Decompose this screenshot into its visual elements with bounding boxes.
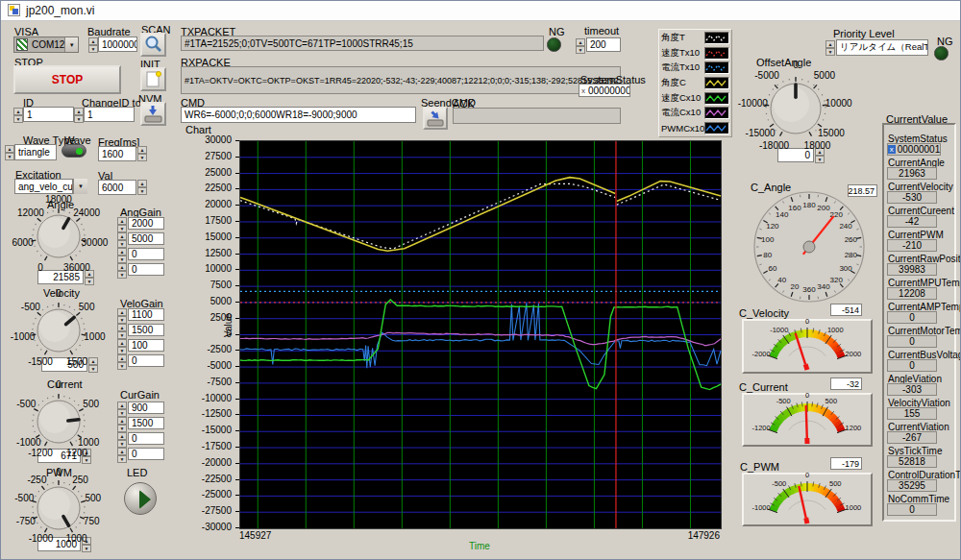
anggain-field-2[interactable]: 0 xyxy=(128,248,164,260)
scan-button[interactable] xyxy=(140,33,166,57)
timeout-field[interactable]: 200 xyxy=(586,37,621,52)
anggain-field-1[interactable]: 5000 xyxy=(128,232,164,245)
curgain-field-3[interactable]: 0 xyxy=(128,448,164,460)
velogain-field-0[interactable]: 1100 xyxy=(128,308,164,321)
legend-item-4[interactable]: 速度Cx10 xyxy=(661,91,729,106)
legend-plot-sample[interactable] xyxy=(704,77,729,89)
cv-item-field-0: x00000001 xyxy=(887,143,941,156)
offset-knob-tick-5: 5000 xyxy=(803,70,846,81)
svg-text:320: 320 xyxy=(830,276,844,284)
cv-item-field-4: -210 xyxy=(887,239,937,252)
wave-toggle[interactable] xyxy=(62,144,86,158)
freq-stepper[interactable]: ▲▼ xyxy=(137,146,147,160)
svg-text:20: 20 xyxy=(790,282,799,291)
velogain-stepper-3[interactable]: ▲▼ xyxy=(117,354,127,367)
angle-knob-tick-4: 24000 xyxy=(65,207,108,218)
title-bar[interactable]: jp200_mon.vi xyxy=(1,1,960,21)
curgain-stepper-2[interactable]: ▲▼ xyxy=(117,432,127,445)
velogain-field-3[interactable]: 0 xyxy=(128,354,164,367)
curgain-field-1[interactable]: 1500 xyxy=(128,417,164,429)
legend-item-0[interactable]: 角度T xyxy=(661,31,729,45)
led-button[interactable] xyxy=(124,482,157,515)
anggain-stepper-0[interactable]: ▲▼ xyxy=(117,217,127,230)
priority-label: Priority Level xyxy=(833,28,895,39)
chart-y-tick: 12500 xyxy=(184,248,232,258)
timeout-stepper[interactable]: ▲▼ xyxy=(576,38,585,53)
anggain-field-3[interactable]: 0 xyxy=(128,263,164,276)
svg-text:140: 140 xyxy=(776,210,789,219)
timeout-label: timeout xyxy=(584,25,619,37)
pwm-knob-tick-6: 500 xyxy=(72,493,114,503)
pwm-knob-tick-2: -500 xyxy=(3,493,45,503)
cv-item-field-13: 52818 xyxy=(887,455,937,468)
chart-y-tick: 10000 xyxy=(184,263,232,274)
legend-item-2[interactable]: 電流Tx10 xyxy=(661,61,729,75)
excitation-dropdown-icon[interactable]: ▼ xyxy=(73,179,87,194)
val-stepper[interactable]: ▲▼ xyxy=(137,180,147,194)
id-field[interactable]: 1 xyxy=(23,107,74,122)
svg-text:200: 200 xyxy=(817,204,830,212)
legend-plot-sample[interactable] xyxy=(704,47,729,60)
svg-text:40: 40 xyxy=(777,276,786,284)
sendcmd-button[interactable] xyxy=(423,107,448,130)
velogain-stepper-2[interactable]: ▲▼ xyxy=(117,339,127,352)
cmd-field[interactable]: WR6=-6000;0;0;6000WR18=-9000;9000 xyxy=(181,107,416,123)
wave-type-field[interactable]: triangle xyxy=(14,144,57,160)
velocity-knob-tick-1: -1000 xyxy=(2,331,44,342)
svg-text:1000: 1000 xyxy=(846,503,862,512)
legend-plot-sample[interactable] xyxy=(704,122,729,134)
velogain-stepper-1[interactable]: ▲▼ xyxy=(117,324,127,336)
c-angle-gauge: 2040608010012014016018020022024026028030… xyxy=(752,190,866,304)
svg-text:-500: -500 xyxy=(772,479,786,488)
wave-type-stepper[interactable]: ▲▼ xyxy=(5,145,14,159)
priority-field[interactable]: リアルタイム（RealTime xyxy=(836,39,928,56)
waveform-chart-plot[interactable] xyxy=(239,140,722,529)
chart-y-tick: 25000 xyxy=(184,167,232,178)
radix-indicator[interactable]: x xyxy=(581,86,585,95)
visa-resource-combo[interactable]: COM12 ▼ xyxy=(13,37,79,53)
velogain-field-1[interactable]: 1500 xyxy=(128,324,164,336)
legend-item-5[interactable]: 電流Cx10 xyxy=(661,106,729,120)
init-button[interactable] xyxy=(140,67,166,91)
current-knob-tick-3: 0 xyxy=(37,379,80,390)
legend-plot-sample[interactable] xyxy=(704,32,729,44)
val-field[interactable]: 6000 xyxy=(98,180,136,195)
cv-item-field-2: -530 xyxy=(887,191,937,204)
anggain-stepper-1[interactable]: ▲▼ xyxy=(117,232,127,245)
stop-button[interactable]: STOP xyxy=(13,65,121,94)
velogain-field-2[interactable]: 100 xyxy=(128,339,164,352)
svg-text:-1000: -1000 xyxy=(752,503,770,512)
curgain-field-0[interactable]: 900 xyxy=(128,402,164,414)
changeid-field[interactable]: 1 xyxy=(84,107,135,122)
legend-plot-sample[interactable] xyxy=(704,92,729,105)
angle-knob-tick-3: 18000 xyxy=(37,194,80,205)
curgain-stepper-3[interactable]: ▲▼ xyxy=(117,448,127,460)
baudrate-field[interactable]: 1000000 xyxy=(98,37,137,52)
curgain-stepper-1[interactable]: ▲▼ xyxy=(117,417,127,429)
legend-plot-sample[interactable] xyxy=(704,61,729,74)
legend-item-3[interactable]: 角度C xyxy=(661,76,729,90)
chart-y-tick: 22500 xyxy=(184,183,232,193)
curgain-stepper-0[interactable]: ▲▼ xyxy=(117,402,127,414)
freq-field[interactable]: 1600 xyxy=(98,146,136,161)
changeid-stepper[interactable]: ▲▼ xyxy=(74,108,84,122)
anggain-stepper-2[interactable]: ▲▼ xyxy=(117,248,127,260)
excitation-combo[interactable]: ang_velo_cur xyxy=(14,179,73,194)
priority-stepper[interactable]: ▲▼ xyxy=(825,40,835,55)
anggain-stepper-3[interactable]: ▲▼ xyxy=(117,263,127,276)
baudrate-stepper[interactable]: ▲▼ xyxy=(88,37,98,52)
svg-text:0: 0 xyxy=(805,471,809,479)
anggain-field-0[interactable]: 2000 xyxy=(128,217,164,230)
legend-item-6[interactable]: PWMCx10 xyxy=(661,121,729,135)
pwm-knob[interactable] xyxy=(30,479,87,537)
id-stepper[interactable]: ▲▼ xyxy=(13,108,23,122)
legend-item-1[interactable]: 速度Tx10 xyxy=(661,46,729,61)
legend-plot-sample[interactable] xyxy=(704,107,729,119)
systemstatus-field[interactable]: x 00000000 xyxy=(579,84,630,97)
velogain-stepper-0[interactable]: ▲▼ xyxy=(117,308,127,321)
curgain-field-2[interactable]: 0 xyxy=(128,432,164,445)
nvm-button[interactable] xyxy=(140,102,166,126)
plot-legend[interactable]: 角度T速度Tx10電流Tx10角度C速度Cx10電流Cx10PWMCx10 xyxy=(658,29,732,137)
chevron-down-icon[interactable]: ▼ xyxy=(64,37,78,52)
radix-indicator[interactable]: x xyxy=(888,145,896,154)
